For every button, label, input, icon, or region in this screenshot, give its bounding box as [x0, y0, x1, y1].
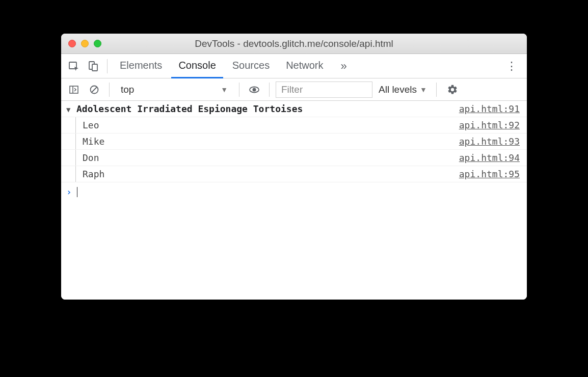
zoom-button[interactable]: [94, 40, 101, 47]
console-log-row: Raph api.html:95: [61, 166, 527, 182]
console-log-row: Mike api.html:93: [61, 133, 527, 150]
console-prompt[interactable]: ›: [61, 182, 527, 201]
console-output: ▼ Adolescent Irradiated Espionage Tortoi…: [61, 101, 527, 300]
chevron-down-icon: ▼: [420, 86, 427, 94]
source-link[interactable]: api.html:93: [459, 136, 520, 147]
group-title: Adolescent Irradiated Espionage Tortoise…: [76, 103, 459, 114]
main-tabbar: Elements Console Sources Network » ⋮: [61, 54, 527, 78]
source-link[interactable]: api.html:95: [459, 169, 520, 179]
log-message: Don: [83, 152, 459, 163]
source-link[interactable]: api.html:92: [459, 120, 520, 130]
console-group-header[interactable]: ▼ Adolescent Irradiated Espionage Tortoi…: [61, 101, 527, 117]
tab-elements[interactable]: Elements: [113, 55, 169, 78]
divider: [436, 83, 437, 97]
prompt-caret-icon: ›: [66, 186, 72, 197]
log-level-select[interactable]: All levels ▼: [376, 84, 430, 95]
svg-rect-3: [70, 86, 78, 93]
context-label: top: [121, 84, 134, 95]
window-title: DevTools - devtools.glitch.me/console/ap…: [61, 38, 527, 49]
console-log-row: Leo api.html:92: [61, 117, 527, 133]
filter-input[interactable]: [276, 82, 372, 98]
traffic-lights: [68, 40, 101, 47]
disclosure-triangle-icon[interactable]: ▼: [66, 105, 76, 114]
more-tabs-button[interactable]: »: [337, 60, 351, 73]
minimize-button[interactable]: [81, 40, 89, 47]
console-log-row: Don api.html:94: [61, 150, 527, 166]
level-label: All levels: [379, 84, 417, 95]
tab-console[interactable]: Console: [171, 55, 223, 78]
console-settings-icon[interactable]: [443, 84, 462, 95]
source-link[interactable]: api.html:94: [459, 152, 520, 163]
svg-point-8: [253, 88, 256, 91]
console-toolbar: top ▼ All levels ▼: [61, 78, 527, 101]
svg-rect-2: [92, 64, 97, 71]
divider: [107, 59, 108, 73]
source-link[interactable]: api.html:91: [459, 103, 520, 114]
device-toolbar-icon[interactable]: [85, 58, 102, 75]
inspect-element-icon[interactable]: [65, 58, 83, 75]
titlebar: DevTools - devtools.glitch.me/console/ap…: [61, 34, 527, 54]
log-message: Mike: [83, 136, 459, 147]
text-cursor: [77, 187, 77, 197]
tab-network[interactable]: Network: [279, 55, 330, 78]
divider: [109, 83, 110, 97]
toggle-sidebar-icon[interactable]: [65, 81, 83, 98]
chevron-down-icon: ▼: [221, 86, 228, 94]
tab-sources[interactable]: Sources: [225, 55, 277, 78]
settings-menu-button[interactable]: ⋮: [501, 60, 523, 73]
live-expression-icon[interactable]: [246, 81, 263, 98]
devtools-window: DevTools - devtools.glitch.me/console/ap…: [61, 34, 527, 300]
svg-line-6: [92, 87, 97, 92]
log-message: Leo: [83, 120, 459, 130]
close-button[interactable]: [68, 40, 76, 47]
execution-context-select[interactable]: top ▼: [116, 82, 233, 98]
log-message: Raph: [83, 169, 459, 179]
clear-console-icon[interactable]: [86, 81, 103, 98]
divider: [269, 83, 270, 97]
divider: [239, 83, 239, 97]
